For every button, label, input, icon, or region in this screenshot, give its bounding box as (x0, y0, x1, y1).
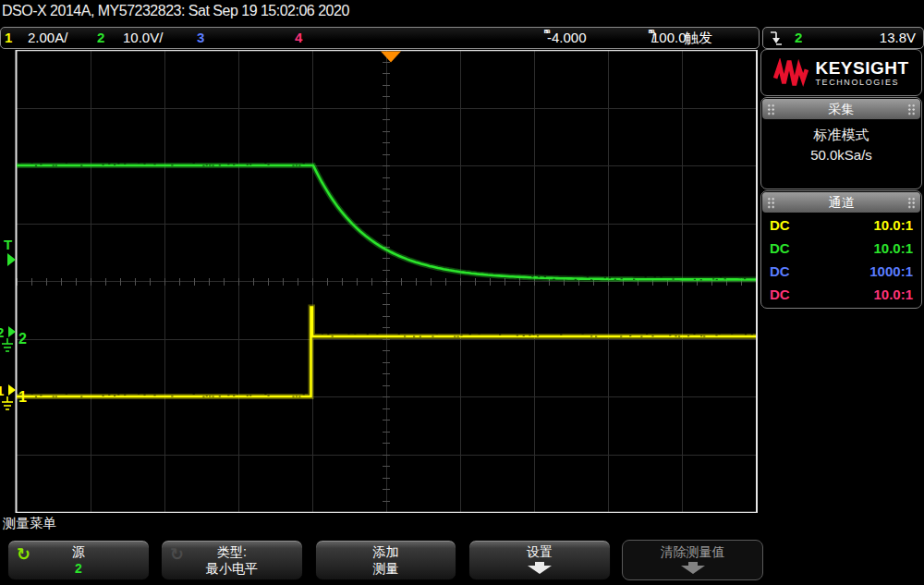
timebase-suffix: / (651, 28, 655, 47)
waveform-display: T2211 (0, 50, 760, 513)
acquisition-title: 采集 (829, 102, 855, 116)
channels-header[interactable]: 通道 (762, 192, 920, 213)
channels-title: 通道 (829, 195, 855, 210)
keysight-spark-icon (773, 58, 808, 88)
brand-name: KEYSIGHT (815, 59, 908, 77)
channel1-scale[interactable]: 2.00A/ (28, 28, 67, 47)
status-bar-left: 1 2.00A/ 2 10.0V/ 3 4 -4.000ms 100.0ms/ … (0, 27, 760, 49)
ch2-coupling: DC (770, 237, 790, 260)
softkey-settings-label: 设置 (469, 544, 610, 560)
trigger-level: 13.8V (880, 28, 916, 47)
channel2-scale[interactable]: 10.0V/ (123, 28, 163, 47)
softkey-clear-label: 清除测量值 (623, 544, 762, 560)
softkey-add-label2: 测量 (316, 560, 456, 577)
status-bar-trigger-box[interactable]: 2 13.8V (762, 27, 924, 49)
softkey-type[interactable]: ↻ 类型: 最小电平 (161, 540, 303, 580)
ch1-coupling: DC (770, 213, 790, 237)
channel2-trace-label: 2 (18, 331, 27, 347)
menu-title: 测量菜单 (3, 515, 56, 532)
acquisition-mode: 标准模式 (761, 125, 921, 145)
ch3-probe-ratio: 1000:1 (869, 260, 913, 283)
svg-text:1: 1 (0, 383, 4, 398)
ch2-probe-ratio: 10.0:1 (873, 237, 913, 260)
softkey-add-measurement[interactable]: 添加 测量 (315, 540, 456, 580)
keysight-logo: KEYSIGHT TECHNOLOGIES (760, 49, 922, 96)
window-title: DSO-X 2014A, MY57232823: Sat Sep 19 15:0… (2, 3, 349, 19)
channel1-trace-label: 1 (18, 389, 27, 405)
svg-text:T: T (4, 237, 12, 252)
trigger-source: 2 (795, 28, 802, 47)
ch4-coupling: DC (770, 283, 790, 306)
channel1-info-row: DC 10.0:1 (761, 213, 921, 237)
delay-value: -4.000 (547, 28, 587, 47)
brand-subtitle: TECHNOLOGIES (815, 79, 908, 87)
timebase-value: 100.0 (651, 28, 687, 47)
softkey-settings[interactable]: 设置 (468, 540, 611, 580)
softkey-source[interactable]: ↻ 源 2 (7, 540, 150, 580)
rotate-knob-icon: ↻ (17, 544, 30, 565)
channel3-number[interactable]: 3 (197, 28, 204, 47)
trigger-label: 触发 (685, 28, 712, 47)
ch4-probe-ratio: 10.0:1 (873, 283, 913, 306)
softkey-add-label: 添加 (316, 544, 456, 560)
falling-edge-trigger-icon (769, 30, 784, 51)
channel4-info-row: DC 10.0:1 (761, 283, 921, 306)
acquisition-panel: 采集 标准模式 50.0kSa/s (760, 97, 922, 189)
channel1-number[interactable]: 1 (5, 28, 12, 47)
channel3-info-row: DC 1000:1 (761, 260, 921, 283)
ch3-coupling: DC (770, 260, 790, 283)
channel4-number[interactable]: 4 (295, 28, 302, 47)
acquisition-header[interactable]: 采集 (762, 99, 920, 119)
softkey-clear-measurements[interactable]: 清除测量值 (622, 540, 763, 580)
grip-icon (767, 197, 775, 209)
grip-icon (767, 104, 775, 116)
ch1-probe-ratio: 10.0:1 (873, 213, 913, 237)
rotate-knob-icon: ↻ (170, 544, 184, 565)
channel2-info-row: DC 10.0:1 (761, 237, 921, 260)
down-arrow-icon (623, 562, 762, 577)
svg-text:2: 2 (0, 324, 4, 340)
down-arrow-icon (469, 562, 610, 577)
sample-rate: 50.0kSa/s (761, 145, 921, 165)
channels-panel: 通道 DC 10.0:1 DC 10.0:1 DC 1000:1 DC 10.0… (760, 190, 922, 309)
channel2-number[interactable]: 2 (97, 28, 104, 47)
grip-icon (907, 104, 916, 116)
grip-icon (907, 197, 916, 209)
